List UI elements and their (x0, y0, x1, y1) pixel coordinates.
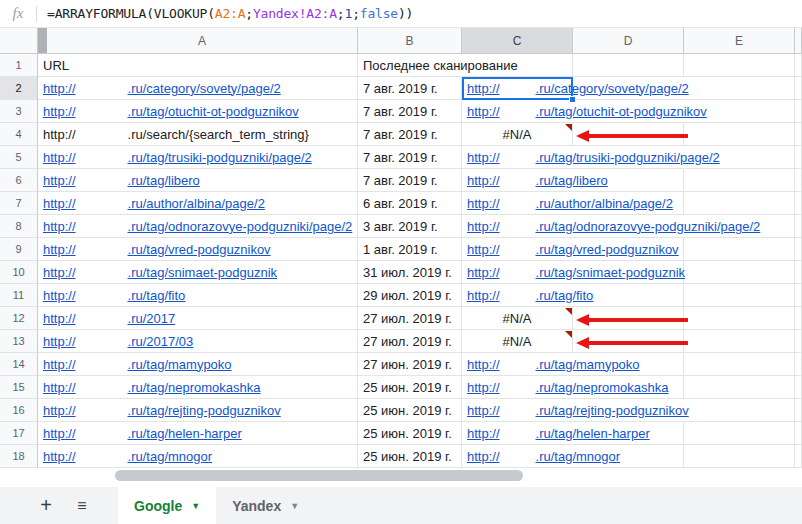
cell-empty[interactable] (684, 353, 795, 376)
url-path[interactable]: .ru/tag/libero (128, 173, 200, 188)
url-path[interactable]: .ru/2017 (128, 311, 176, 326)
cell-url[interactable]: http://.ru/tag/otuchit-ot-podguznikov (38, 100, 358, 123)
cell-date[interactable]: 27 июл. 2019 г. (358, 307, 462, 330)
all-sheets-button[interactable]: ≡ (68, 492, 96, 520)
url-scheme[interactable]: http:// (43, 311, 76, 326)
cell-result-url[interactable]: http://.ru/tag/snimaet-podguznik (462, 261, 573, 284)
row-number[interactable]: 13 (0, 330, 38, 353)
url-path[interactable]: .ru/category/sovety/page/2 (536, 81, 689, 96)
url-scheme[interactable]: http:// (43, 426, 76, 441)
cell-result-url[interactable]: http://.ru/tag/libero (462, 169, 573, 192)
url-scheme[interactable]: http:// (467, 242, 500, 257)
cell-empty[interactable] (684, 77, 795, 100)
column-header-d[interactable]: D (573, 28, 684, 54)
cell-url[interactable]: http://.ru/tag/rejting-podguznikov (38, 399, 358, 422)
cell-result-url[interactable]: http://.ru/author/albina/page/2 (462, 192, 573, 215)
url-path[interactable]: .ru/tag/helen-harper (128, 426, 242, 441)
cell-date[interactable]: 27 июн. 2019 г. (358, 353, 462, 376)
cell-url-header[interactable]: URL (38, 54, 358, 77)
url-path[interactable]: .ru/tag/mnogor (536, 449, 621, 464)
na-error-cell[interactable]: #N/A (462, 307, 573, 330)
add-sheet-button[interactable]: + (32, 492, 60, 520)
url-scheme[interactable]: http:// (43, 173, 76, 188)
cell-date[interactable]: 7 авг. 2019 г. (358, 100, 462, 123)
cell-empty[interactable] (684, 284, 795, 307)
row-number[interactable]: 18 (0, 445, 38, 468)
cell-date[interactable]: 25 июн. 2019 г. (358, 422, 462, 445)
cell-result-url[interactable]: http://.ru/tag/fito (462, 284, 573, 307)
cell-empty[interactable] (684, 54, 795, 77)
column-header-e[interactable]: E (684, 28, 795, 54)
cell-url[interactable]: http://.ru/tag/fito (38, 284, 358, 307)
column-header-c[interactable]: C (462, 28, 573, 54)
url-path[interactable]: .ru/category/sovety/page/2 (128, 81, 281, 96)
cell-date[interactable]: 7 авг. 2019 г. (358, 77, 462, 100)
row-number[interactable]: 12 (0, 307, 38, 330)
cell-empty[interactable] (684, 307, 795, 330)
url-scheme[interactable]: http:// (467, 219, 500, 234)
url-scheme[interactable]: http:// (43, 104, 76, 119)
url-path[interactable]: .ru/tag/nepromokashka (128, 380, 261, 395)
cell-url[interactable]: http://.ru/tag/mamypoko (38, 353, 358, 376)
cell-empty[interactable] (684, 238, 795, 261)
url-path[interactable]: .ru/tag/nepromokashka (536, 380, 669, 395)
url-scheme[interactable]: http:// (43, 242, 76, 257)
url-scheme[interactable]: http:// (467, 150, 500, 165)
cell-date[interactable]: 7 авг. 2019 г. (358, 146, 462, 169)
row-number[interactable]: 3 (0, 100, 38, 123)
row-number[interactable]: 15 (0, 376, 38, 399)
url-scheme[interactable]: http:// (467, 288, 500, 303)
sheet-tab-google[interactable]: Google ▼ (118, 487, 216, 524)
cell-url[interactable]: http://.ru/author/albina/page/2 (38, 192, 358, 215)
url-scheme[interactable]: http:// (467, 196, 500, 211)
url-path[interactable]: .ru/tag/mnogor (128, 449, 213, 464)
tab-dropdown-icon[interactable]: ▼ (290, 501, 299, 511)
cell-date[interactable]: 27 июл. 2019 г. (358, 330, 462, 353)
url-path[interactable]: .ru/tag/rejting-podguznikov (536, 403, 689, 418)
cell-scan-header[interactable]: Последнее сканирование (358, 54, 462, 77)
cell-result-url[interactable]: http://.ru/tag/helen-harper (462, 422, 573, 445)
tab-dropdown-icon[interactable]: ▼ (191, 501, 200, 511)
cell-result-url[interactable]: http://.ru/tag/trusiki-podguzniki/page/2 (462, 146, 573, 169)
cell-date[interactable]: 1 авг. 2019 г. (358, 238, 462, 261)
cell-url[interactable]: http://.ru/tag/snimaet-podguznik (38, 261, 358, 284)
row-number[interactable]: 1 (0, 54, 38, 77)
cell-empty[interactable] (684, 376, 795, 399)
url-scheme[interactable]: http:// (43, 380, 76, 395)
url-scheme[interactable]: http:// (43, 81, 76, 96)
row-number[interactable]: 10 (0, 261, 38, 284)
cell-empty[interactable] (684, 330, 795, 353)
url-path[interactable]: .ru/tag/mamypoko (128, 357, 232, 372)
cell-url[interactable]: http://.ru/tag/mnogor (38, 445, 358, 468)
cell-empty[interactable] (684, 399, 795, 422)
row-number[interactable]: 16 (0, 399, 38, 422)
cell-url[interactable]: http://.ru/tag/vred-podguznikov (38, 238, 358, 261)
cell-date[interactable]: 25 июн. 2019 г. (358, 445, 462, 468)
cell-url[interactable]: http://.ru/tag/libero (38, 169, 358, 192)
cell-url[interactable]: http://.ru/tag/odnorazovye-podguzniki/pa… (38, 215, 358, 238)
url-path[interactable]: .ru/tag/mamypoko (536, 357, 640, 372)
row-number[interactable]: 17 (0, 422, 38, 445)
url-scheme[interactable]: http:// (467, 104, 500, 119)
cell-empty[interactable] (684, 422, 795, 445)
cell-url[interactable]: http://.ru/tag/nepromokashka (38, 376, 358, 399)
cell-empty[interactable] (684, 192, 795, 215)
url-scheme[interactable]: http:// (467, 265, 500, 280)
row-number[interactable]: 14 (0, 353, 38, 376)
url-path[interactable]: .ru/tag/trusiki-podguzniki/page/2 (128, 150, 312, 165)
cell-date[interactable]: 31 июл. 2019 г. (358, 261, 462, 284)
column-header-b[interactable]: B (358, 28, 462, 54)
url-path[interactable]: .ru/tag/odnorazovye-podguzniki/page/2 (128, 219, 353, 234)
url-path[interactable]: .ru/author/albina/page/2 (128, 196, 265, 211)
cell-url[interactable]: http://.ru/tag/helen-harper (38, 422, 358, 445)
url-scheme[interactable]: http:// (43, 150, 76, 165)
cell-result-url[interactable]: http://.ru/category/sovety/page/2 (462, 77, 573, 100)
cell-result-url[interactable]: http://.ru/tag/mnogor (462, 445, 573, 468)
url-scheme[interactable]: http:// (467, 81, 500, 96)
url-path[interactable]: .ru/tag/otuchit-ot-podguznikov (128, 104, 299, 119)
url-scheme[interactable]: http:// (43, 196, 76, 211)
url-scheme[interactable]: http:// (43, 449, 76, 464)
url-path[interactable]: .ru/tag/helen-harper (536, 426, 650, 441)
cell-date[interactable]: 29 июл. 2019 г. (358, 284, 462, 307)
url-path[interactable]: .ru/tag/libero (536, 173, 608, 188)
